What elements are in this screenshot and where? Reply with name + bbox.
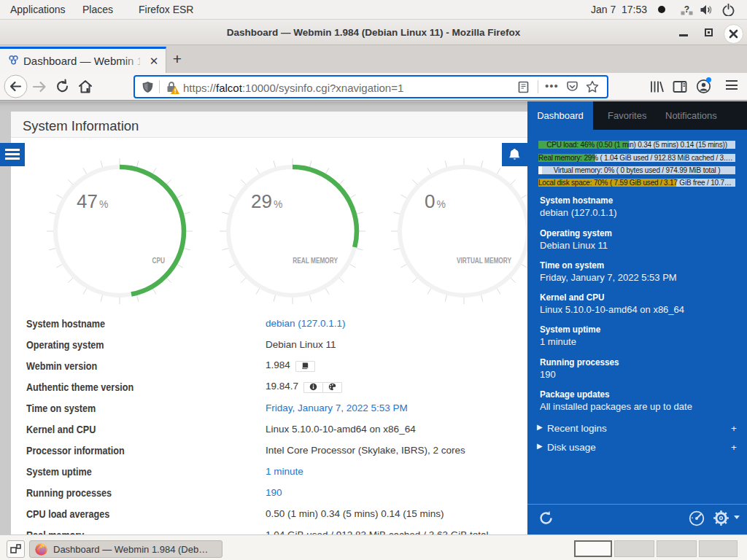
svg-text:?: ? <box>684 4 689 15</box>
